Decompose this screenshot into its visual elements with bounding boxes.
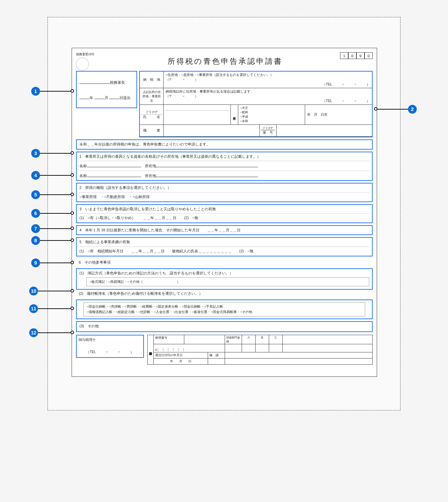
section-9: (1) 簿記方式（青色申告のための簿記の方法のうち、該当するものを選択してくださ… (76, 268, 373, 290)
stamp-area: 税務署受付印 (76, 52, 110, 71)
form-sheet: 税務署受付印 所得税の青色申告承認申請書 1 0 9 0 税務署長 年 月 日提… (72, 48, 377, 377)
section-8: 5 相続による事業承継の有無 (1) ○有 相続開始年月日 ＿＿年＿＿月＿＿日 … (76, 237, 373, 256)
callout-1: 1 (31, 87, 40, 96)
callout-8: 8 (31, 236, 40, 245)
callout-4: 4 (31, 171, 40, 180)
callout-3: 3 (31, 149, 40, 158)
other-addr-label: 上記以外の住所地・事業所等 (140, 88, 164, 104)
callout-12: 12 (29, 328, 38, 337)
document-outline: 税務署受付印 所得税の青色申告承認申請書 1 0 9 0 税務署長 年 月 日提… (48, 17, 400, 410)
admin-table: 整理番号 関係部門連絡 A B C 0 (153, 335, 373, 365)
tax-office-block: 税務署長 年 月 日提出 (76, 71, 137, 108)
section-4: 1 事業所又は所得の基因となる資産の名称及びその所在地（事業所又は資産の異なるご… (76, 152, 373, 181)
callout-10: 10 (29, 287, 38, 295)
section-5: 2 所得の種類（該当する事項を選択してください。） ○事業所得 ・○不動産所得 … (76, 183, 373, 202)
stamp-circle-icon (76, 58, 89, 71)
code-digit: 1 (340, 52, 348, 59)
callout-9: 9 (31, 258, 40, 267)
section-3: 令和＿＿年分以後の所得税の申告は、青色申告書によりたいので申請します。 (76, 139, 373, 150)
form-code: 1 0 9 0 (340, 52, 373, 59)
callout-2: 2 (408, 105, 417, 114)
code-digit: 9 (356, 52, 365, 59)
section-6-head: 6 その他参考事項 (76, 258, 373, 266)
stamp-label: 税務署受付印 (76, 53, 94, 56)
code-digit: 0 (365, 52, 373, 59)
section-11: (3) その他 (76, 321, 373, 332)
tax-accountant-block: 関与税理士 （TEL − − ） (76, 335, 144, 358)
code-digit: 0 (348, 52, 356, 59)
office-suffix: 税務署長 (110, 80, 125, 84)
form-title: 所得税の青色申告承認申請書 (110, 56, 340, 66)
callout-5: 5 (31, 190, 40, 199)
applicant-block: 納 税 地 ○住所地・○居所地・○事業所等（該当するものを選択してください。） … (139, 71, 373, 137)
section-10: ○現金出納帳・○売掛帳・○買掛帳・○経費帳・○固定資産台帳・○預金出納帳・○手形… (76, 300, 373, 319)
callout-6: 6 (31, 209, 40, 218)
callout-7: 7 (31, 224, 40, 233)
callout-11: 11 (29, 304, 38, 313)
section-7: 4 本年１月 16 日以後新たに業務を開始した場合、その開始した年月日 ＿＿年＿… (76, 225, 373, 235)
section-6: 3 いままでに青色申告承認の取消しを受けたこと又は取りやめをしたことの有無 (1… (76, 204, 373, 223)
tax-place-label: 納 税 地 (140, 72, 164, 88)
